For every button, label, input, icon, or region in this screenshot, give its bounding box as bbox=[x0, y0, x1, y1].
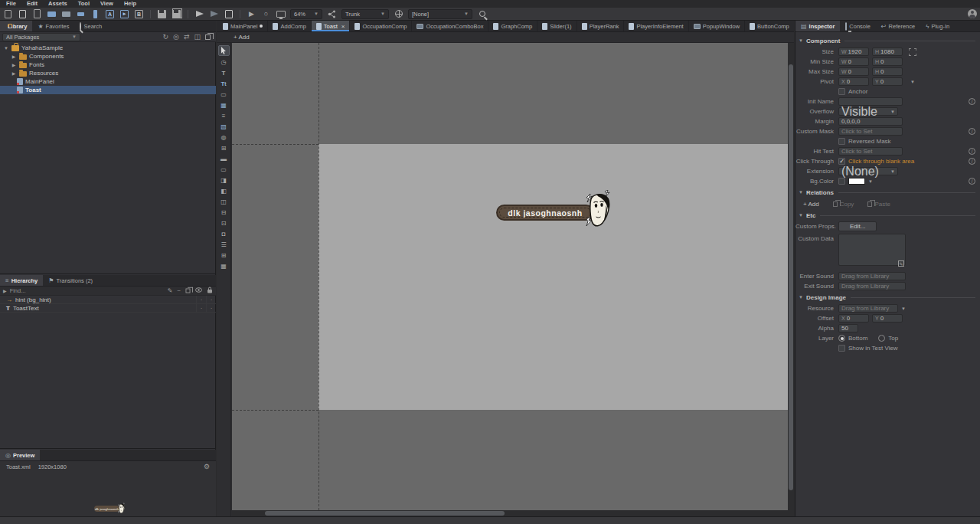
layer-top-radio[interactable] bbox=[878, 335, 885, 342]
size-width-field[interactable]: W bbox=[838, 47, 869, 56]
save-icon[interactable] bbox=[157, 9, 167, 19]
doc-tab-playerrank[interactable]: PlayerRank bbox=[577, 21, 625, 31]
resource-dropdown-icon[interactable]: ▼ bbox=[901, 306, 906, 311]
max-width-input[interactable] bbox=[848, 68, 866, 75]
custom-mask-input[interactable] bbox=[838, 127, 903, 136]
expand-arrow-icon[interactable]: ▶ bbox=[3, 288, 7, 293]
tree-item-yahahasample[interactable]: ▼ YahahaSample bbox=[0, 44, 216, 52]
menu-tool[interactable]: Tool bbox=[74, 0, 94, 8]
enter-sound-input[interactable] bbox=[838, 272, 906, 280]
new-button-icon[interactable] bbox=[76, 9, 86, 19]
hierarchy-item-hint[interactable]: → hint (bg_hint) · · bbox=[0, 296, 216, 304]
scrollbar-tool-icon[interactable]: ◫ bbox=[218, 197, 230, 206]
grid-tool-icon[interactable]: ▦ bbox=[218, 261, 230, 270]
export-icon[interactable] bbox=[224, 9, 234, 19]
group-view-icon[interactable] bbox=[205, 34, 211, 40]
edit-pencil-icon[interactable]: ✎ bbox=[168, 287, 173, 294]
info-icon[interactable] bbox=[969, 128, 975, 135]
info-icon[interactable] bbox=[969, 158, 975, 165]
section-component[interactable]: ▼ Component bbox=[799, 36, 975, 45]
gear-icon[interactable]: ⚙ bbox=[204, 463, 210, 470]
collapse-arrow-icon[interactable]: ▶ bbox=[11, 70, 17, 76]
hierarchy-item-toasttext[interactable]: T ToastText · · bbox=[0, 304, 216, 313]
tree-item-resources[interactable]: ▶ Resources bbox=[0, 69, 216, 77]
section-collapse-icon[interactable]: ▼ bbox=[799, 213, 803, 218]
pivot-y-input[interactable] bbox=[880, 78, 900, 85]
tree-item-components[interactable]: ▶ Components bbox=[0, 52, 216, 61]
offset-y-input[interactable] bbox=[880, 315, 900, 322]
menu-assets[interactable]: Assets bbox=[44, 0, 72, 8]
component-stage[interactable] bbox=[318, 144, 788, 410]
swap-view-icon[interactable]: ⇄ bbox=[184, 33, 190, 41]
expand-arrow-icon[interactable]: ▼ bbox=[3, 46, 9, 51]
tab-inspector[interactable]: ▤ Inspector bbox=[795, 21, 840, 31]
tab-reference[interactable]: ↩ Reference bbox=[876, 21, 920, 31]
tree-item-mainpanel[interactable]: MainPanel bbox=[0, 77, 216, 86]
min-height-field[interactable]: H bbox=[872, 57, 903, 66]
doc-tab-playerinfoelement[interactable]: PlayerInfoElement bbox=[624, 21, 688, 31]
resource-input[interactable] bbox=[838, 304, 898, 313]
find-label[interactable]: Find... bbox=[10, 287, 26, 294]
show-in-test-checkbox[interactable] bbox=[838, 345, 845, 352]
min-height-input[interactable] bbox=[880, 58, 900, 65]
search-icon[interactable] bbox=[477, 9, 487, 19]
lock-toggle[interactable]: · bbox=[206, 296, 216, 303]
pivot-y-field[interactable]: Y bbox=[872, 77, 903, 86]
doc-tab-toast[interactable]: Toast × bbox=[312, 21, 351, 31]
canvas-viewport[interactable]: dlk jasoghnaosnh bbox=[232, 43, 794, 516]
zoom-select[interactable]: 64%▼ bbox=[290, 9, 322, 19]
new-movieclip-icon[interactable]: ▸ bbox=[119, 9, 129, 19]
max-height-input[interactable] bbox=[880, 68, 900, 75]
loader-tool-icon[interactable]: ◍ bbox=[218, 133, 230, 142]
toast-text-element[interactable]: dlk jasoghnaosnh bbox=[508, 208, 582, 218]
section-collapse-icon[interactable]: ▼ bbox=[799, 38, 803, 43]
menu-edit[interactable]: Edit bbox=[22, 0, 42, 8]
publish-all-icon[interactable] bbox=[209, 9, 219, 19]
size-height-field[interactable]: H bbox=[872, 47, 903, 56]
close-tab-icon[interactable]: × bbox=[341, 23, 345, 30]
canvas-vertical-scrollbar[interactable] bbox=[788, 43, 794, 510]
tree-item-fonts[interactable]: ▶ Fonts bbox=[0, 61, 216, 69]
min-width-field[interactable]: W bbox=[838, 57, 869, 66]
info-icon[interactable] bbox=[969, 98, 975, 105]
publish-target-select[interactable]: [None]▼ bbox=[408, 9, 472, 19]
columns-icon[interactable]: ◫ bbox=[194, 33, 201, 41]
movieclip-tool-icon[interactable]: ◘ bbox=[218, 229, 230, 238]
overflow-select[interactable]: Visible ▼ bbox=[838, 107, 898, 116]
margin-input[interactable] bbox=[838, 117, 903, 126]
publish-icon[interactable] bbox=[194, 9, 204, 19]
display-icon[interactable] bbox=[276, 9, 286, 19]
menu-help[interactable]: Help bbox=[119, 0, 141, 8]
toast-background-element[interactable]: dlk jasoghnaosnh bbox=[496, 205, 594, 221]
section-collapse-icon[interactable]: ▼ bbox=[799, 295, 803, 300]
progressbar-tool-icon[interactable]: ◨ bbox=[218, 175, 230, 185]
combobox-tool-icon[interactable]: ⊟ bbox=[218, 208, 230, 217]
doc-tab-popupwindow[interactable]: PopupWindow bbox=[689, 21, 745, 31]
tab-preview[interactable]: ◎ Preview bbox=[0, 450, 40, 460]
alpha-input[interactable] bbox=[838, 324, 858, 332]
pivot-preset-dropdown-icon[interactable]: ▼ bbox=[910, 80, 915, 84]
new-input-icon[interactable] bbox=[90, 9, 100, 19]
tab-library[interactable]: Library bbox=[0, 21, 32, 31]
toast-mascot-icon[interactable] bbox=[580, 190, 612, 228]
doc-tab-occupationcombobox[interactable]: OccupationComboBox bbox=[412, 21, 488, 31]
save-all-icon[interactable] bbox=[172, 9, 181, 19]
tab-search[interactable]: Search bbox=[74, 21, 107, 31]
input-tool-icon[interactable]: ▭ bbox=[218, 90, 230, 99]
new-label-icon[interactable]: A bbox=[105, 9, 115, 19]
scrollbar-thumb[interactable] bbox=[265, 511, 505, 516]
component-tool-icon[interactable]: ⊞ bbox=[218, 143, 230, 152]
bg-color-checkbox[interactable] bbox=[838, 178, 845, 185]
expand-editor-icon[interactable]: ✎ bbox=[898, 260, 904, 267]
visible-toggle[interactable]: · bbox=[196, 304, 206, 312]
branch-select[interactable]: Trunk▼ bbox=[341, 9, 389, 19]
locate-icon[interactable]: ◎ bbox=[173, 33, 179, 41]
graph-tool-icon[interactable]: ▧ bbox=[218, 122, 230, 131]
tab-transitions[interactable]: ⚑ Transitions (2) bbox=[43, 275, 98, 286]
new-image-icon[interactable] bbox=[47, 9, 57, 19]
duplicate-icon[interactable] bbox=[186, 289, 191, 293]
section-relations[interactable]: ▼ Relations bbox=[799, 188, 975, 197]
pivot-x-input[interactable] bbox=[847, 78, 866, 85]
info-icon[interactable] bbox=[969, 148, 975, 155]
collapse-arrow-icon[interactable]: ▶ bbox=[11, 54, 17, 59]
